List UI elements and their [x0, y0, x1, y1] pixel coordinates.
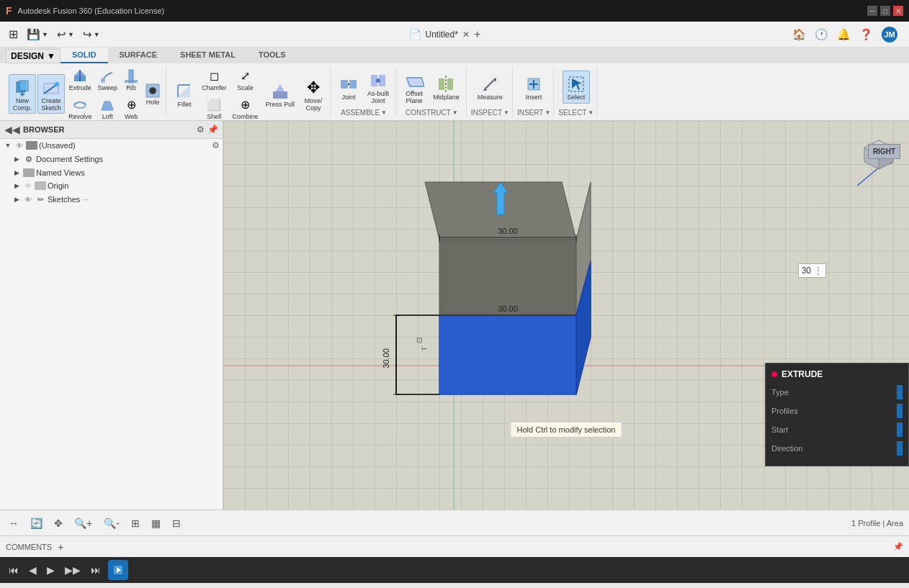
new-tab-button[interactable]: +: [474, 28, 480, 41]
tree-item-named-views[interactable]: ▶ Named Views: [0, 166, 223, 179]
close-button[interactable]: ✕: [893, 6, 903, 16]
as-built-joint-button[interactable]: As-builtJoint: [364, 67, 393, 107]
fit-all-button[interactable]: ↔: [6, 516, 22, 530]
tab-solid[interactable]: SOLID: [61, 48, 108, 63]
combine-button[interactable]: ⊕ Combine: [230, 95, 261, 122]
tab-title[interactable]: Untitled*: [426, 30, 458, 40]
insert-button[interactable]: Insert: [520, 71, 547, 104]
view-settings-button[interactable]: ⊟: [169, 516, 184, 530]
comments-add-button[interactable]: +: [58, 541, 63, 553]
tree-label-sketches: Sketches: [48, 195, 80, 204]
scale-button[interactable]: ⤢ Scale: [230, 66, 261, 94]
pan-button[interactable]: ✥: [51, 516, 66, 530]
design-mode-label[interactable]: DESIGN ▼: [6, 49, 61, 63]
redo-arrow-icon: ▼: [94, 31, 100, 38]
web-button[interactable]: ⊕ Web: [121, 95, 141, 122]
home-icon[interactable]: 🏠: [792, 28, 806, 41]
grid-settings-button[interactable]: ▦: [148, 516, 164, 530]
fillet-button[interactable]: Fillet: [171, 78, 198, 111]
tab-surface[interactable]: SURFACE: [108, 48, 169, 63]
grid-menu-button[interactable]: ⊞: [6, 26, 21, 42]
extrude-type-value[interactable]: [897, 385, 903, 399]
tree-item-sketches[interactable]: ▶ 👁 ✏ Sketches ···: [0, 192, 223, 207]
select-group-label: SELECT ▼: [558, 109, 594, 118]
tab-tools[interactable]: TOOLS: [247, 48, 297, 63]
settings-icon-unsaved[interactable]: ⚙: [212, 140, 220, 150]
maximize-button[interactable]: □: [880, 6, 890, 16]
midplane-icon: [436, 74, 456, 94]
view-label[interactable]: RIGHT: [868, 144, 900, 159]
eye-icon-origin[interactable]: 👁: [23, 181, 33, 191]
orbit-button[interactable]: 🔄: [27, 516, 45, 530]
browser-settings-button[interactable]: ⚙: [197, 125, 205, 135]
insert-chevron-icon: ▼: [545, 109, 550, 116]
new-component-button[interactable]: NewComp.: [9, 74, 36, 114]
extrude-direction-value[interactable]: [897, 441, 903, 456]
svg-line-30: [484, 78, 496, 90]
revolve-button[interactable]: Revolve: [66, 95, 94, 122]
tree-item-unsaved[interactable]: ▼ 👁 (Unsaved) ⚙: [0, 139, 223, 152]
tooltip-text: Hold Ctrl to modify selection: [517, 425, 616, 434]
hole-button[interactable]: Hole: [143, 81, 163, 108]
select-button[interactable]: Select: [563, 71, 590, 104]
dimension-menu-icon[interactable]: ⋮: [814, 266, 823, 276]
browser-collapse-button[interactable]: ◀◀: [4, 124, 20, 135]
canvas-area[interactable]: 30.00 30.00 30.00 ⊡ ⊢ Z: [223, 121, 909, 510]
eye-icon-unsaved[interactable]: 👁: [14, 140, 24, 150]
loft-button[interactable]: Loft: [96, 95, 120, 122]
offset-plane-button[interactable]: OffsetPlane: [400, 67, 428, 107]
joint-button[interactable]: Joint: [335, 71, 362, 104]
tab-close-button[interactable]: ✕: [462, 30, 470, 40]
tree-item-origin[interactable]: ▶ 👁 Origin: [0, 179, 223, 192]
tab-sheet-metal[interactable]: SHEET METAL: [169, 48, 247, 63]
extrude-profiles-value[interactable]: [897, 404, 903, 418]
midplane-button[interactable]: Midplane: [429, 71, 463, 104]
rib-button[interactable]: Rib: [121, 66, 141, 94]
browser-pin-button[interactable]: 📌: [207, 125, 218, 135]
playback-next-button[interactable]: ▶▶: [62, 563, 84, 577]
save-button[interactable]: 💾 ▼: [24, 27, 51, 42]
zoom-in-button[interactable]: 🔍+: [71, 516, 95, 530]
display-settings-button[interactable]: ⊞: [128, 516, 143, 530]
select-label: Select: [567, 94, 585, 101]
press-pull-button[interactable]: Press Pull: [262, 78, 299, 111]
tree-item-document-settings[interactable]: ▶ ⚙ Document Settings: [0, 152, 223, 166]
svg-marker-26: [406, 78, 423, 86]
tree-arrow-doc-settings[interactable]: ▶: [12, 154, 22, 164]
playback-first-button[interactable]: ⏮: [6, 563, 22, 577]
shell-button[interactable]: ⬜ Shell: [200, 95, 229, 122]
measure-button[interactable]: Measure: [474, 71, 506, 104]
help-icon[interactable]: ❓: [859, 28, 873, 41]
inspect-buttons: Measure: [474, 66, 506, 109]
bell-icon[interactable]: 🔔: [837, 28, 851, 41]
tree-arrow-unsaved[interactable]: ▼: [3, 140, 13, 150]
redo-button[interactable]: ↪ ▼: [80, 27, 103, 42]
playback-last-button[interactable]: ⏭: [88, 563, 104, 577]
construct-buttons: OffsetPlane Midplane: [400, 66, 463, 109]
extrude-button[interactable]: Extrude: [66, 66, 94, 94]
create-sketch-button[interactable]: CreateSketch: [37, 74, 65, 114]
eye-icon-sketches[interactable]: 👁: [23, 194, 33, 204]
extrude-start-value[interactable]: [897, 422, 903, 437]
tree-arrow-sketches[interactable]: ▶: [12, 194, 22, 204]
svg-rect-11: [101, 78, 105, 83]
chamfer-button[interactable]: ◻ Chamfer: [200, 66, 229, 94]
undo-button[interactable]: ↩ ▼: [54, 27, 77, 42]
sweep-button[interactable]: Sweep: [96, 66, 120, 94]
comments-collapse-icon[interactable]: 📌: [893, 542, 903, 551]
combine-label: Combine: [233, 113, 259, 120]
zoom-out-button[interactable]: 🔍-: [101, 516, 122, 530]
user-avatar[interactable]: JM: [882, 27, 897, 42]
move-button[interactable]: ✥ Move/Copy: [300, 74, 327, 114]
revolve-icon: [72, 97, 88, 113]
tree-arrow-origin[interactable]: ▶: [12, 181, 22, 191]
clock-icon[interactable]: 🕐: [815, 28, 828, 41]
view-cube[interactable]: RIGHT: [857, 130, 900, 187]
tree-arrow-named-views[interactable]: ▶: [12, 168, 22, 178]
playback-prev-button[interactable]: ◀: [26, 563, 40, 577]
modify-small-buttons-2: ⤢ Scale ⊕ Combine: [230, 66, 261, 122]
playback-play-button[interactable]: ▶: [44, 563, 58, 577]
dimension-input-box[interactable]: 30 ⋮: [798, 263, 826, 278]
playback-active-step[interactable]: [108, 560, 128, 580]
minimize-button[interactable]: ─: [867, 6, 877, 16]
